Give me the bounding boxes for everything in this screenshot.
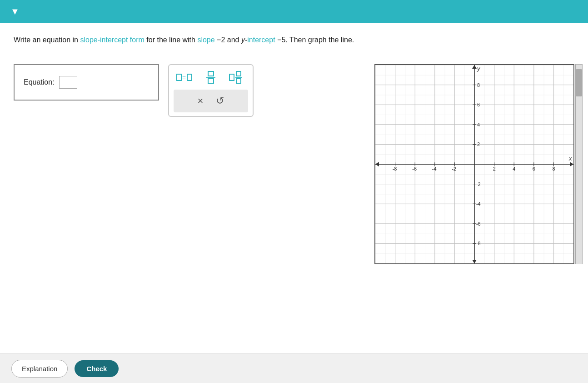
svg-text:2: 2 (477, 141, 480, 147)
svg-text:8: 8 (552, 166, 555, 171)
intercept-link[interactable]: intercept (247, 36, 275, 44)
svg-text:-2: -2 (476, 181, 481, 186)
svg-text:4: 4 (513, 166, 515, 171)
svg-text:-4: -4 (432, 166, 437, 171)
svg-rect-3 (208, 71, 214, 76)
fraction-btn[interactable] (203, 69, 219, 86)
svg-text:-6: -6 (476, 221, 481, 226)
svg-text:x: x (568, 155, 572, 162)
check-button[interactable]: Check (75, 360, 119, 377)
svg-text:-4: -4 (476, 201, 481, 207)
collapse-button[interactable]: ▼ (7, 3, 23, 20)
svg-rect-0 (177, 74, 181, 81)
equation-label: Equation: (24, 78, 55, 86)
mixed-number-btn[interactable] (226, 69, 248, 86)
problem-prefix: Write an equation in (14, 36, 80, 44)
svg-text:-8: -8 (476, 241, 481, 246)
svg-rect-2 (187, 74, 192, 81)
svg-rect-7 (236, 71, 241, 76)
explanation-button[interactable]: Explanation (11, 360, 68, 378)
graph-container: x y -8 -6 -4 -2 2 4 6 8 8 6 4 (374, 64, 574, 264)
toolbar-row-1: = (174, 69, 248, 86)
svg-text:2: 2 (493, 166, 496, 171)
equation-input[interactable] (59, 76, 77, 89)
svg-text:-6: -6 (412, 166, 417, 171)
coordinate-graph: x y -8 -6 -4 -2 2 4 6 8 8 6 4 (375, 65, 573, 263)
svg-rect-9 (236, 79, 241, 83)
svg-rect-5 (208, 79, 214, 83)
work-area: Equation: = (14, 64, 574, 264)
bottom-footer: Explanation Check (0, 353, 588, 383)
fraction-icon (205, 71, 216, 84)
svg-text:6: 6 (533, 166, 535, 171)
slope-intercept-form-link[interactable]: slope-intercept form (80, 36, 144, 44)
problem-statement: Write an equation in slope-intercept for… (14, 34, 574, 46)
main-content: Write an equation in slope-intercept for… (0, 23, 588, 276)
left-panel: Equation: = (14, 64, 254, 117)
math-toolbar: = (168, 64, 254, 117)
graph-scrollbar[interactable] (575, 64, 583, 264)
svg-rect-6 (229, 74, 234, 81)
slope-link[interactable]: slope (197, 36, 214, 44)
scrollbar-thumb (576, 69, 582, 96)
toolbar-row-2: × ↺ (174, 90, 248, 112)
svg-text:=: = (182, 74, 186, 81)
graph-box[interactable]: x y -8 -6 -4 -2 2 4 6 8 8 6 4 (374, 64, 574, 264)
undo-btn[interactable]: ↺ (213, 93, 227, 109)
svg-text:-2: -2 (452, 166, 456, 171)
svg-text:8: 8 (477, 82, 480, 87)
equals-icon: = (176, 72, 193, 83)
problem-middle1: for the line with (146, 36, 197, 44)
mixed-number-icon (229, 71, 245, 84)
svg-text:6: 6 (477, 102, 480, 107)
equals-btn[interactable]: = (174, 70, 195, 85)
svg-text:4: 4 (477, 121, 480, 127)
svg-text:-8: -8 (393, 166, 397, 171)
equation-box: Equation: (14, 64, 159, 101)
slope-value: −2 and y-intercept −5. Then graph the li… (217, 36, 354, 44)
top-bar: ▼ (0, 0, 588, 23)
clear-btn[interactable]: × (195, 93, 206, 109)
